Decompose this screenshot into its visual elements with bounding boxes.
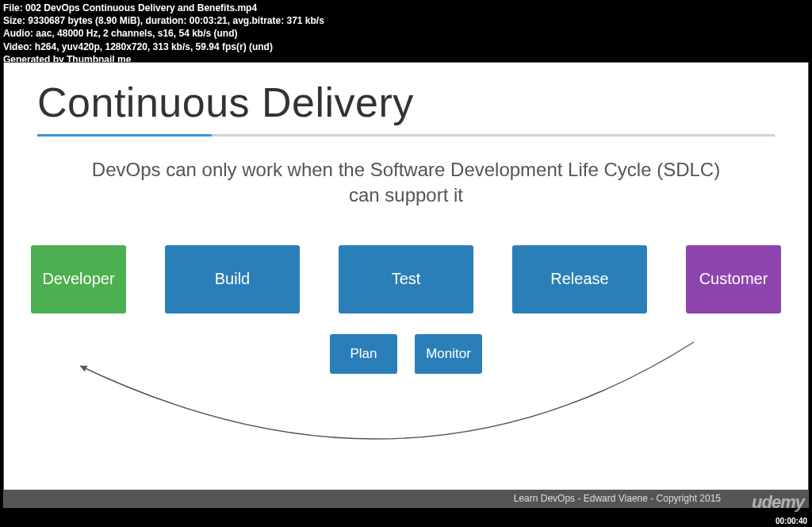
meta-file-label: File: [3, 2, 23, 13]
box-release: Release [512, 245, 647, 314]
slide-footer-text: Learn DevOps - Edward Viaene - Copyright… [514, 493, 721, 504]
box-build: Build [165, 245, 300, 314]
meta-video-label: Video: [3, 41, 32, 52]
slide-subtitle: DevOps can only work when the Software D… [81, 157, 731, 209]
udemy-logo: udemy [752, 492, 804, 513]
box-plan: Plan [330, 334, 397, 374]
title-underline [37, 134, 775, 137]
box-developer: Developer [31, 245, 126, 314]
meta-audio-label: Audio: [3, 28, 33, 39]
meta-file-line: File: 002 DevOps Continuous Delivery and… [3, 2, 809, 14]
meta-video-line: Video: h264, yuv420p, 1280x720, 313 kb/s… [3, 40, 809, 53]
pipeline-row: Developer Build Test Release Customer [31, 245, 781, 314]
media-metadata: File: 002 DevOps Continuous Delivery and… [0, 0, 812, 67]
meta-size-value: 9330687 bytes (8.90 MiB), duration: 00:0… [28, 15, 324, 26]
slide-footer: Learn DevOps - Edward Viaene - Copyright… [4, 490, 808, 507]
meta-size-label: Size: [3, 15, 25, 26]
slide-frame: Continuous Delivery DevOps can only work… [3, 62, 809, 508]
meta-video-value: h264, yuv420p, 1280x720, 313 kb/s, 59.94… [35, 41, 273, 52]
meta-audio-line: Audio: aac, 48000 Hz, 2 channels, s16, 5… [3, 27, 809, 40]
sub-pipeline-row: Plan Monitor [37, 334, 775, 374]
meta-size-line: Size: 9330687 bytes (8.90 MiB), duration… [3, 14, 809, 27]
slide-title: Continuous Delivery [37, 79, 775, 126]
meta-file-value: 002 DevOps Continuous Delivery and Benef… [25, 2, 257, 13]
box-test: Test [339, 245, 473, 314]
meta-audio-value: aac, 48000 Hz, 2 channels, s16, 54 kb/s … [36, 28, 237, 39]
box-customer: Customer [686, 245, 781, 314]
slide-content: Continuous Delivery DevOps can only work… [4, 63, 808, 507]
box-monitor: Monitor [415, 334, 482, 374]
video-timestamp: 00:00:40 [776, 517, 807, 525]
